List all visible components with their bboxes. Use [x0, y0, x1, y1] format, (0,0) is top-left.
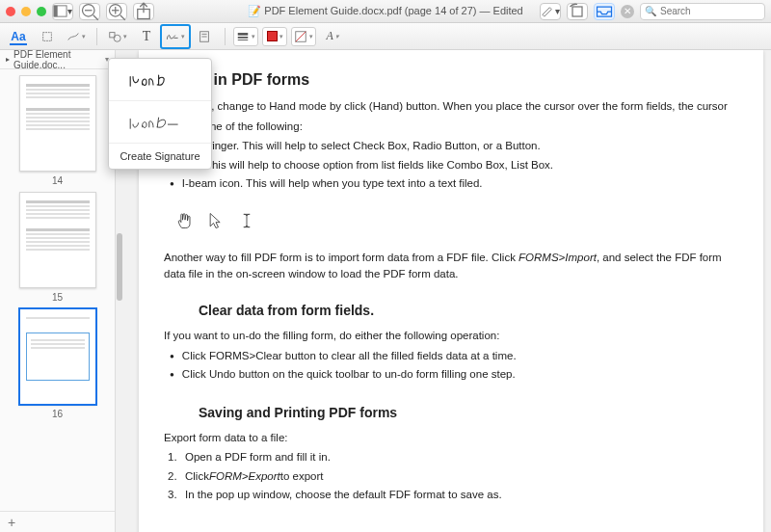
clear-search-icon[interactable]: ✕ — [621, 5, 634, 18]
ibeam-cursor-icon — [237, 209, 256, 232]
svg-point-13 — [114, 35, 120, 41]
page-thumbnail[interactable]: 14 — [8, 75, 107, 186]
sign-tool[interactable]: ▾ — [163, 27, 188, 46]
signature-dropdown: Create Signature — [108, 58, 212, 170]
page-number: 15 — [52, 292, 63, 303]
close-window-button[interactable] — [6, 7, 15, 16]
color-swatch — [267, 31, 278, 41]
page-number: 14 — [52, 175, 63, 186]
document-viewport[interactable]: Filling in PDF forms PDF form, change to… — [116, 50, 771, 532]
draw-tool[interactable]: ▾ — [64, 27, 89, 46]
svg-rect-10 — [572, 7, 582, 16]
search-field[interactable]: 🔍 — [640, 3, 765, 20]
font-style-tool[interactable]: A▾ — [320, 27, 345, 46]
cursor-icons-illustration — [175, 209, 738, 232]
text-highlight-tool[interactable]: Aa — [6, 27, 31, 46]
crop-tool[interactable] — [35, 27, 60, 46]
heading: Filling in PDF forms — [164, 71, 738, 89]
fill-color-tool[interactable]: ▾ — [291, 27, 316, 46]
create-signature-button[interactable]: Create Signature — [109, 144, 211, 169]
signature-option-1[interactable] — [109, 59, 211, 101]
svg-line-3 — [93, 14, 98, 19]
line-style-tool[interactable]: ▾ — [233, 27, 258, 46]
svg-line-6 — [120, 14, 125, 19]
search-input[interactable] — [660, 6, 760, 16]
hand-cursor-icon — [175, 209, 195, 232]
scrollbar-thumb[interactable] — [117, 233, 122, 301]
list-item: Click FORM>Export to export — [164, 468, 738, 485]
svg-rect-1 — [54, 6, 58, 16]
share-button[interactable] — [133, 3, 154, 20]
note-tool[interactable] — [192, 27, 217, 46]
list-item: Click Undo button on the quick toolbar t… — [164, 366, 738, 383]
rotate-button[interactable] — [567, 3, 588, 20]
heading: Saving and Printing PDF forms — [199, 405, 738, 420]
list-item: Open a PDF form and fill it in. — [164, 449, 738, 466]
signature-option-2[interactable] — [109, 101, 211, 144]
text-tool[interactable]: T — [134, 27, 159, 46]
minimize-window-button[interactable] — [21, 7, 31, 16]
document-tab[interactable]: ▸ PDF Element Guide.doc... ▾ — [0, 50, 115, 69]
markup-toolbar-button[interactable]: ▾ — [540, 3, 561, 20]
document-tab-label: PDF Element Guide.doc... — [13, 49, 101, 70]
svg-rect-11 — [43, 32, 52, 40]
document-page: Filling in PDF forms PDF form, change to… — [139, 50, 763, 532]
list-item: In the pop up window, choose the default… — [164, 487, 738, 503]
page-thumbnail[interactable]: 15 — [8, 192, 107, 303]
inbox-button[interactable] — [594, 3, 615, 20]
list-item: I-beam icon. This will help when you typ… — [164, 175, 738, 192]
shapes-tool[interactable]: ▾ — [105, 27, 130, 46]
markup-toolbar: Aa ▾ ▾ T ▾ ▾ ▾ ▾ A▾ — [0, 23, 771, 50]
thumbnail-sidebar: ▸ PDF Element Guide.doc... ▾ 14 15 16 + — [0, 50, 116, 532]
list-item: row. This will help to choose option fro… — [164, 157, 738, 173]
zoom-in-button[interactable] — [106, 3, 127, 20]
svg-line-21 — [296, 31, 306, 41]
window-controls — [6, 7, 46, 16]
zoom-out-button[interactable] — [79, 3, 100, 20]
heading: Clear data from form fields. — [199, 303, 738, 318]
window-titlebar: ▾ 📝 PDF Element Guide.docx.pdf (page 14 … — [0, 0, 771, 23]
sidebar-toggle-button[interactable]: ▾ — [52, 3, 73, 20]
page-thumbnail[interactable]: 16 — [8, 308, 107, 419]
list-item: nting finger. This will help to select C… — [164, 138, 738, 154]
add-page-button[interactable]: + — [0, 511, 115, 532]
fullscreen-window-button[interactable] — [37, 7, 46, 16]
page-number: 16 — [52, 409, 63, 419]
list-item: Click FORMS>Clear button to clear all th… — [164, 348, 738, 364]
arrow-cursor-icon — [206, 209, 226, 232]
stroke-color-tool[interactable]: ▾ — [262, 27, 287, 46]
search-icon: 🔍 — [645, 6, 656, 16]
